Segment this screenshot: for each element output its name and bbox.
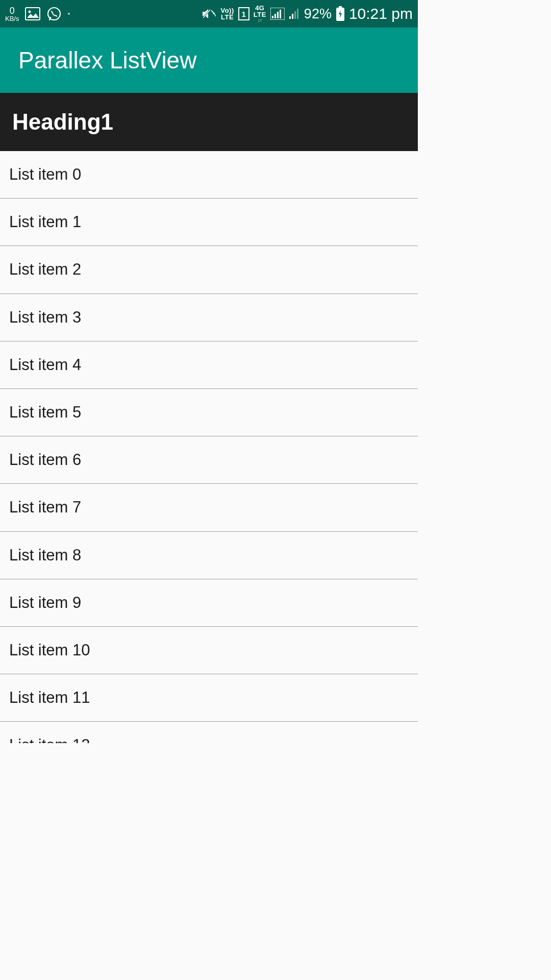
notification-dot — [68, 13, 70, 15]
sim-number: 1 — [242, 10, 246, 18]
status-left: 0 KB/s — [5, 6, 70, 22]
svg-rect-0 — [26, 8, 40, 20]
list-item[interactable]: List item 3 — [0, 294, 418, 341]
svg-rect-6 — [272, 16, 273, 18]
data-arrows-icon: ↓↑ — [258, 18, 262, 23]
list-item-label: List item 0 — [9, 165, 81, 184]
list-item[interactable]: List item 8 — [0, 532, 418, 579]
list-item-label: List item 7 — [9, 498, 81, 517]
signal-icon-2 — [289, 8, 300, 20]
app-bar: Parallex ListView — [0, 28, 418, 93]
svg-rect-14 — [339, 6, 342, 8]
svg-rect-12 — [294, 11, 296, 19]
gallery-icon — [25, 7, 40, 20]
svg-rect-8 — [277, 12, 279, 18]
list-item-label: List item 4 — [9, 356, 81, 374]
app-title: Parallex ListView — [18, 46, 196, 74]
clock: 10:21 pm — [349, 5, 413, 22]
list-item[interactable]: List item 2 — [0, 246, 418, 293]
heading-text: Heading1 — [12, 109, 113, 135]
list-item-label: List item 12 — [9, 736, 90, 743]
battery-charging-icon — [336, 6, 345, 21]
network-speed-indicator: 0 KB/s — [5, 6, 19, 22]
volte-indicator: Vo)) LTE — [220, 7, 234, 20]
kbps-unit: KB/s — [5, 15, 19, 22]
signal-icon-1 — [270, 8, 285, 20]
svg-rect-11 — [292, 14, 293, 19]
list-item-label: List item 11 — [9, 689, 90, 707]
list-item[interactable]: List item 9 — [0, 579, 418, 627]
svg-rect-13 — [297, 9, 298, 19]
whatsapp-icon — [46, 6, 62, 21]
svg-rect-10 — [289, 16, 291, 19]
network-type-indicator: 4G LTE ↓↑ — [254, 5, 266, 23]
list-item[interactable]: List item 11 — [0, 674, 418, 722]
list-item-label: List item 8 — [9, 546, 81, 565]
list-item-label: List item 1 — [9, 213, 81, 231]
kbps-value: 0 — [10, 6, 15, 15]
list-item-label: List item 3 — [9, 308, 81, 327]
volte-bottom: LTE — [221, 14, 234, 20]
status-right: Vo)) LTE 1 4G LTE ↓↑ — [201, 5, 413, 23]
list-item[interactable]: List item 5 — [0, 389, 418, 436]
svg-rect-9 — [280, 10, 281, 18]
list-item-label: List item 9 — [9, 594, 81, 612]
list-item[interactable]: List item 4 — [0, 341, 418, 389]
list-item[interactable]: List item 1 — [0, 199, 418, 246]
status-bar: 0 KB/s — [0, 0, 418, 28]
list-item-label: List item 5 — [9, 403, 81, 422]
svg-rect-7 — [274, 14, 276, 18]
list-view[interactable]: List item 0 List item 1 List item 2 List… — [0, 151, 418, 743]
section-heading: Heading1 — [0, 93, 418, 151]
mute-vibrate-icon — [201, 7, 216, 20]
list-item-label: List item 6 — [9, 451, 81, 469]
sim-indicator: 1 — [238, 7, 249, 20]
list-item[interactable]: List item 6 — [0, 436, 418, 484]
battery-percentage: 92% — [304, 6, 332, 22]
list-item[interactable]: List item 0 — [0, 151, 418, 199]
list-item[interactable]: List item 12 — [0, 722, 418, 743]
list-item-label: List item 2 — [9, 260, 81, 279]
list-item-label: List item 10 — [9, 641, 90, 659]
list-item[interactable]: List item 10 — [0, 627, 418, 674]
svg-point-1 — [29, 11, 31, 13]
list-item[interactable]: List item 7 — [0, 484, 418, 531]
